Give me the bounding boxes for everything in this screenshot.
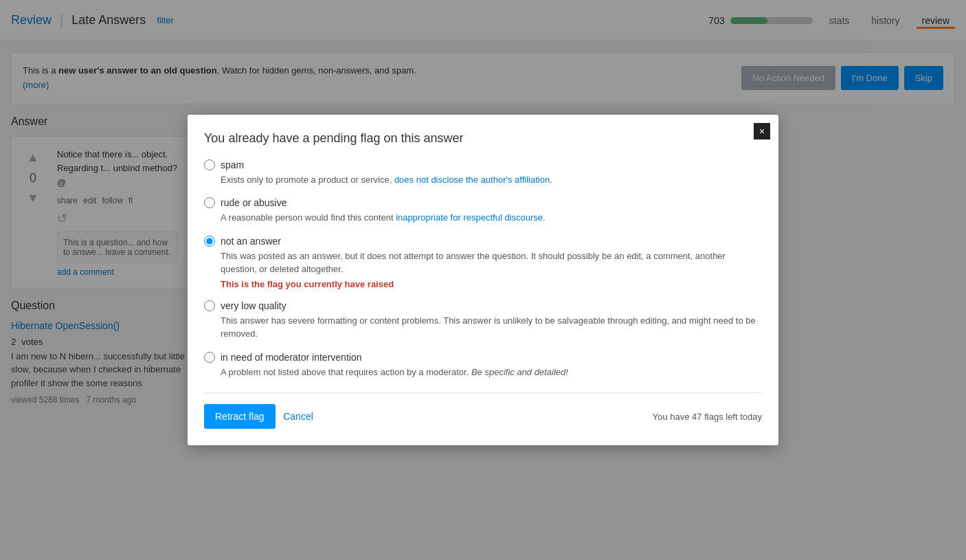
vlq-label: very low quality bbox=[221, 300, 287, 311]
not-answer-desc: This was posted as an answer, but it doe… bbox=[221, 249, 762, 276]
flag-option-not-answer: not an answer This was posted as an answ… bbox=[204, 236, 762, 289]
not-answer-header: not an answer bbox=[204, 236, 762, 247]
spam-radio[interactable] bbox=[204, 159, 215, 170]
rude-header: rude or abusive bbox=[204, 197, 762, 208]
modal-footer: Retract flag Cancel You have 47 flags le… bbox=[204, 392, 762, 405]
flag-option-rude: rude or abusive A reasonable person woul… bbox=[204, 197, 762, 225]
current-flag-text: This is the flag you currently have rais… bbox=[221, 279, 762, 289]
vlq-desc: This answer has severe formatting or con… bbox=[221, 314, 762, 341]
rude-desc-link[interactable]: inappropriate for respectful discourse bbox=[396, 212, 543, 223]
flag-option-vlq: very low quality This answer has severe … bbox=[204, 300, 762, 341]
spam-desc-prefix: Exists only to promote a product or serv… bbox=[221, 175, 394, 185]
rude-desc: A reasonable person would find this cont… bbox=[221, 211, 762, 225]
flag-option-spam: spam Exists only to promote a product or… bbox=[204, 159, 762, 187]
not-answer-label: not an answer bbox=[221, 236, 281, 247]
flag-option-moderator: in need of moderator intervention A prob… bbox=[204, 352, 762, 379]
moderator-desc-italic: Be specific and detailed! bbox=[471, 367, 568, 377]
moderator-header: in need of moderator intervention bbox=[204, 352, 762, 363]
modal-close-button[interactable]: × bbox=[754, 123, 770, 139]
vlq-header: very low quality bbox=[204, 300, 762, 311]
rude-desc-prefix: A reasonable person would find this cont… bbox=[221, 212, 396, 223]
rude-desc-suffix: . bbox=[543, 212, 546, 223]
not-answer-radio[interactable] bbox=[204, 236, 215, 247]
spam-desc-suffix: . bbox=[550, 175, 552, 185]
retract-flag-button[interactable]: Retract flag bbox=[204, 404, 276, 405]
rude-label: rude or abusive bbox=[221, 197, 287, 208]
flag-modal: You already have a pending flag on this … bbox=[188, 115, 778, 405]
modal-title: You already have a pending flag on this … bbox=[204, 131, 762, 146]
rude-radio[interactable] bbox=[204, 197, 215, 208]
spam-label: spam bbox=[221, 159, 244, 170]
moderator-label: in need of moderator intervention bbox=[221, 352, 361, 363]
spam-desc: Exists only to promote a product or serv… bbox=[221, 173, 762, 187]
modal-footer-actions: Retract flag Cancel bbox=[204, 404, 313, 405]
modal-overlay: You already have a pending flag on this … bbox=[0, 0, 966, 405]
spam-header: spam bbox=[204, 159, 762, 170]
spam-desc-link[interactable]: does not disclose the author's affiliati… bbox=[394, 175, 550, 185]
moderator-desc: A problem not listed above that requires… bbox=[221, 366, 762, 379]
vlq-radio[interactable] bbox=[204, 300, 215, 311]
moderator-radio[interactable] bbox=[204, 352, 215, 363]
moderator-desc-prefix: A problem not listed above that requires… bbox=[221, 367, 471, 377]
